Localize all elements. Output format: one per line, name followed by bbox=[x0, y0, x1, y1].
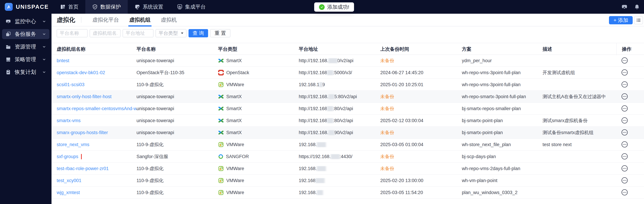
plan-cell: wh-repo-vms-3point-full-plan bbox=[462, 70, 542, 75]
nav-item-integration-platform[interactable]: 集成平台 bbox=[170, 0, 212, 14]
ellipsis-circle-icon bbox=[621, 177, 628, 184]
toast-text: 添加成功! bbox=[327, 3, 349, 11]
vm-group-link-wrap: wjg_xmtest bbox=[57, 190, 80, 195]
vm-group-name-link[interactable]: smartx-vms bbox=[57, 118, 80, 123]
search-button[interactable]: 查 询 bbox=[188, 29, 208, 37]
vm-group-name-link[interactable]: smartx-only-host-filter-host bbox=[57, 94, 112, 99]
operation-cell bbox=[616, 93, 644, 100]
sidebar-item-recovery-plan[interactable]: 恢复计划 bbox=[2, 67, 50, 77]
address-redacted: ██ bbox=[317, 190, 322, 195]
vm-group-name-cell: test-rbac-role-power-zr01 bbox=[57, 166, 136, 171]
row-actions-button[interactable] bbox=[621, 129, 628, 136]
platform-type-select[interactable]: 平台类型 bbox=[156, 29, 186, 37]
address-redacted: ███ bbox=[328, 58, 337, 63]
select-caret-icon bbox=[180, 32, 184, 34]
platform-address-input[interactable] bbox=[122, 29, 154, 37]
platform-type-cell: SANGFOR bbox=[218, 154, 299, 159]
platform-address-cell: 192.168.1█9 bbox=[299, 82, 380, 87]
sidebar-item-policy-management[interactable]: 策略管理 bbox=[2, 54, 50, 64]
ellipsis-circle-icon bbox=[621, 141, 628, 148]
vm-group-name-link[interactable]: store_next_vms bbox=[57, 142, 90, 147]
folder-icon bbox=[6, 44, 11, 49]
address-text: 192.168.1 bbox=[299, 82, 319, 87]
screencast-icon[interactable] bbox=[621, 4, 628, 10]
last-backup-cell: 2025-02-12 03:00:04 bbox=[380, 118, 462, 123]
vm-group-name-cell: scsi01-scsi03 bbox=[57, 82, 136, 87]
sidebar-item-backup-service[interactable]: 备份服务 bbox=[2, 29, 50, 39]
title-divider bbox=[81, 17, 82, 23]
tab-vm-group[interactable]: 虚拟机组 bbox=[124, 13, 156, 26]
platform-type-cell: SmartX bbox=[218, 130, 299, 135]
row-actions-button[interactable] bbox=[621, 189, 628, 196]
vm-group-name-cell: openstack-dev-bk01-02 bbox=[57, 70, 136, 75]
last-backup-cell: 未备份 bbox=[380, 129, 462, 136]
last-backup-cell: 2024-06-27 14:45:20 bbox=[380, 70, 462, 75]
reset-button[interactable]: 重 置 bbox=[210, 29, 230, 37]
inbox-icon bbox=[6, 57, 11, 62]
navbar-right-icons bbox=[621, 4, 640, 10]
vm-group-name-link[interactable]: sxf-groups bbox=[57, 154, 78, 159]
vmware-platform-icon bbox=[218, 142, 224, 147]
bell-icon[interactable] bbox=[634, 4, 640, 10]
plan-cell: bj-smartx-point-plan bbox=[462, 130, 542, 135]
vmware-platform-icon bbox=[218, 178, 224, 184]
platform-type-cell: SmartX bbox=[218, 118, 299, 123]
row-actions-button[interactable] bbox=[621, 117, 628, 124]
vm-group-name-input[interactable] bbox=[90, 29, 120, 37]
vm-group-name-link[interactable]: openstack-dev-bk01-02 bbox=[57, 70, 105, 75]
row-actions-button[interactable] bbox=[621, 165, 628, 172]
vm-group-name-link[interactable]: test-rbac-role-power-zr01 bbox=[57, 166, 109, 171]
add-button[interactable]: + 添加 bbox=[609, 16, 633, 24]
sidebar-item-label: 备份服务 bbox=[15, 30, 36, 38]
vm-group-name-link[interactable]: scsi01-scsi03 bbox=[57, 82, 84, 87]
nav-item-system-settings[interactable]: 系统设置 bbox=[128, 0, 170, 14]
column-header-5: 方案 bbox=[462, 46, 542, 52]
address-redacted: ██ bbox=[327, 106, 333, 111]
row-actions-button[interactable] bbox=[621, 57, 628, 64]
description-cell: 测试smarx虚拟机备份 bbox=[542, 117, 616, 124]
row-actions-button[interactable] bbox=[621, 153, 628, 160]
row-actions-button[interactable] bbox=[621, 93, 628, 100]
nav-menu: 首页数据保护系统设置集成平台 bbox=[53, 0, 212, 14]
row-actions-button[interactable] bbox=[621, 105, 628, 112]
address-text: http://192.168. bbox=[299, 58, 328, 63]
row-actions-button[interactable] bbox=[621, 177, 628, 184]
plan-cell: bj-smartx-repos-smaller-plan bbox=[462, 106, 542, 111]
address-text: 192.168. bbox=[299, 166, 317, 171]
tab-vm[interactable]: 虚拟机 bbox=[156, 13, 182, 26]
clipboard-icon bbox=[6, 69, 11, 75]
vm-group-name-link[interactable]: test_xcy001 bbox=[57, 178, 82, 183]
platform-name-input[interactable] bbox=[57, 29, 88, 37]
platform-type-label: VMWare bbox=[226, 142, 244, 147]
nav-item-data-protection[interactable]: 数据保护 bbox=[85, 0, 128, 14]
row-actions-button[interactable] bbox=[621, 81, 628, 88]
vm-group-link-wrap: store_next_vms bbox=[57, 142, 90, 147]
column-settings-button[interactable] bbox=[634, 16, 643, 24]
vm-group-name-link[interactable]: smarx-groups-hosts-filter bbox=[57, 130, 108, 135]
table-row: sxf-groupsSangfor-深信服SANGFORhttps://192.… bbox=[52, 151, 644, 163]
last-backup-cell: 2025-01-20 10:25:01 bbox=[380, 82, 462, 87]
operation-cell bbox=[616, 69, 644, 76]
vm-group-name-link[interactable]: wjg_xmtest bbox=[57, 190, 80, 195]
platform-type-cell: VMWare bbox=[218, 142, 299, 147]
ellipsis-circle-icon bbox=[621, 153, 628, 160]
vm-group-link-wrap: openstack-dev-bk01-02 bbox=[57, 70, 105, 75]
sidebar-item-resource-management[interactable]: 资源管理 bbox=[2, 42, 50, 52]
operation-cell bbox=[616, 129, 644, 136]
last-backup-cell: 未备份 bbox=[380, 105, 462, 112]
platform-address-cell: 192.168.███ bbox=[299, 166, 380, 171]
row-actions-button[interactable] bbox=[621, 69, 628, 76]
plan-cell: wh-repo-smartx-3point-full-plan bbox=[462, 94, 542, 99]
sidebar-item-label: 恢复计划 bbox=[15, 69, 36, 76]
table-row: test-rbac-role-power-zr01110-9-虚拟化VMWare… bbox=[52, 163, 644, 175]
nav-item-home[interactable]: 首页 bbox=[53, 0, 85, 14]
tab-bar: 虚拟化 虚拟化平台虚拟机组虚拟机 + 添加 bbox=[52, 14, 644, 26]
tab-virtual-platform[interactable]: 虚拟化平台 bbox=[87, 13, 124, 26]
sidebar-item-monitor-center[interactable]: 监控中心 bbox=[2, 16, 50, 26]
operation-cell bbox=[616, 81, 644, 88]
row-actions-button[interactable] bbox=[621, 141, 628, 148]
vm-group-name-link[interactable]: smartx-repos-smaller-centosvmsAnd-win bbox=[57, 106, 136, 111]
address-redacted: ███ bbox=[317, 142, 326, 147]
vm-group-name-link[interactable]: bntest bbox=[57, 58, 69, 63]
tabs-container: 虚拟化平台虚拟机组虚拟机 bbox=[87, 13, 182, 26]
